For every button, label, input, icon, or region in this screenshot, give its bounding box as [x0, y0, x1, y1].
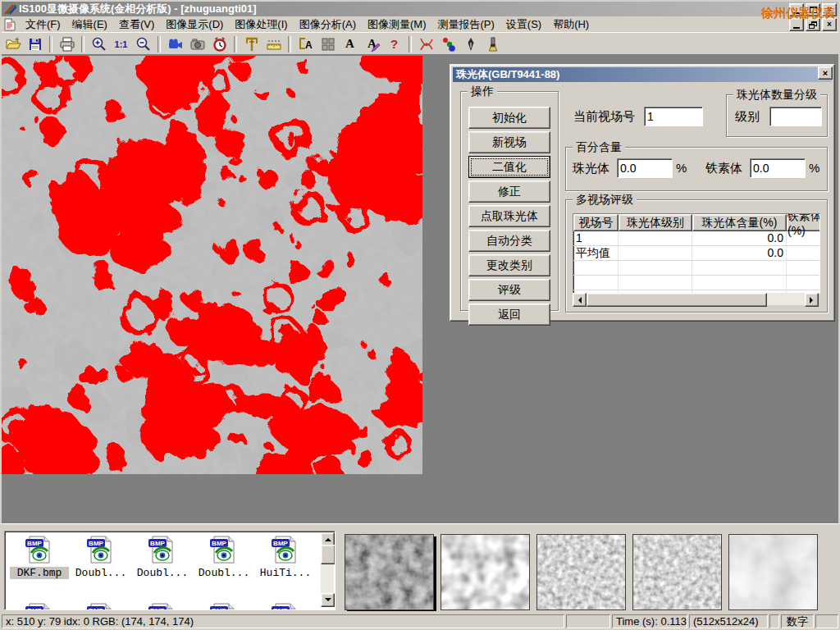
grade-button[interactable]: 评级 — [468, 279, 550, 301]
mdi-minimize-button[interactable] — [789, 18, 804, 31]
thumbnail-2[interactable] — [441, 534, 530, 610]
cell-pearlite: 0.0 — [692, 246, 787, 260]
vscroll-thumb[interactable] — [321, 545, 336, 564]
col-ferrite-content[interactable]: 铁素体含量(%) — [787, 214, 820, 231]
level-input[interactable] — [769, 107, 822, 126]
mdi-close-button[interactable]: × — [822, 18, 837, 31]
bmp-badge: BMP — [27, 540, 42, 547]
change-class-button[interactable]: 更改类别 — [468, 254, 550, 276]
table-row[interactable]: 1 0.0 — [573, 231, 819, 246]
dialog-title-bar[interactable]: 珠光体(GB/T9441-88) — [453, 67, 832, 82]
menu-edit[interactable]: 编辑(E) — [66, 16, 113, 34]
text-tool-button[interactable]: A — [340, 34, 360, 54]
multifield-table[interactable]: 视场号 珠光体级别 珠光体含量(%) 铁素体含量(%) 1 0.0 平均值 0.… — [573, 213, 820, 294]
mdi-minimize-icon — [793, 27, 800, 29]
thumbnail-3[interactable] — [536, 534, 626, 610]
actual-size-button[interactable]: 1:1 — [111, 34, 131, 54]
new-field-button[interactable]: 新视场 — [468, 131, 550, 153]
file-vscrollbar[interactable] — [321, 532, 334, 607]
minimize-button[interactable] — [789, 3, 804, 16]
file-item[interactable]: BMP — [194, 602, 253, 610]
measure-label-button[interactable]: A — [295, 34, 316, 54]
file-item[interactable]: BMPHuiTi... — [256, 535, 315, 579]
file-name[interactable]: Doubl... — [133, 567, 192, 579]
file-item[interactable]: BMP — [133, 602, 192, 610]
maximize-button[interactable] — [806, 3, 820, 16]
auto-classify-button[interactable]: 自动分类 — [468, 230, 550, 252]
curve-tool-button[interactable] — [416, 34, 436, 54]
ferrite-percent-input[interactable] — [750, 158, 806, 178]
annotate-tool-button[interactable]: A — [362, 34, 382, 54]
col-pearlite-content[interactable]: 珠光体含量(%) — [692, 214, 787, 231]
col-field[interactable]: 视场号 — [573, 214, 619, 231]
scroll-left-button[interactable] — [573, 293, 587, 307]
table-hscrollbar[interactable] — [573, 293, 819, 305]
thumbnail-5[interactable] — [728, 534, 818, 610]
file-item[interactable]: BMP — [10, 602, 69, 610]
close-button[interactable]: × — [822, 3, 837, 16]
scroll-right-button[interactable] — [805, 293, 819, 307]
pick-pearlite-button[interactable]: 点取珠光体 — [468, 205, 550, 227]
file-name[interactable]: HuiTi... — [256, 567, 315, 579]
pearlite-percent-input[interactable] — [617, 158, 673, 178]
help-button[interactable]: ? — [384, 34, 404, 54]
file-name[interactable]: Doubl... — [194, 567, 253, 579]
ferrite-unit: % — [809, 161, 819, 175]
scroll-down-button[interactable] — [321, 593, 335, 607]
timer-button[interactable] — [209, 34, 230, 54]
table-row[interactable]: 平均值 0.0 — [573, 246, 819, 261]
file-name[interactable]: Doubl... — [71, 567, 130, 579]
col-pearlite-level[interactable]: 珠光体级别 — [619, 214, 692, 231]
pearlite-dialog: 珠光体(GB/T9441-88) × 操作 初始化 新视场 二值化 修正 点取珠… — [450, 64, 835, 322]
empty-pane — [815, 614, 838, 628]
video-camera-icon — [167, 36, 184, 52]
thumbnail-1[interactable] — [345, 534, 434, 610]
return-button[interactable]: 返回 — [468, 304, 550, 326]
photo-capture-button[interactable] — [187, 34, 208, 54]
current-field-input[interactable] — [644, 107, 703, 126]
menu-help[interactable]: 帮助(H) — [547, 16, 595, 34]
menu-view[interactable]: 查看(V) — [113, 16, 160, 34]
file-item[interactable]: BMPDKF.bmp — [10, 535, 69, 579]
zoom-out-button[interactable] — [133, 34, 153, 54]
menu-settings[interactable]: 设置(S) — [500, 16, 547, 34]
percent-group: 百分含量 珠光体 % 铁素体 % — [565, 147, 828, 191]
open-button[interactable] — [2, 34, 23, 54]
zoom-in-button[interactable] — [89, 34, 109, 54]
grid-measure-button[interactable] — [317, 34, 338, 54]
menu-image-measure[interactable]: 图像测量(M) — [362, 16, 432, 34]
phase-analysis-button[interactable] — [438, 34, 459, 54]
save-button[interactable] — [25, 34, 45, 54]
init-button[interactable]: 初始化 — [468, 107, 550, 129]
menu-image-display[interactable]: 图像显示(D) — [160, 16, 229, 34]
dialog-close-icon: × — [823, 68, 828, 78]
menu-file[interactable]: 文件(F) — [20, 16, 66, 34]
binarize-button[interactable]: 二值化 — [468, 156, 550, 178]
file-name[interactable]: DKF.bmp — [10, 567, 69, 579]
file-item[interactable]: BMPDoubl... — [133, 535, 192, 579]
menu-report[interactable]: 测量报告(P) — [431, 16, 500, 34]
hscroll-thumb[interactable] — [587, 293, 767, 307]
menu-image-analysis[interactable]: 图像分析(A) — [294, 16, 362, 34]
menu-image-process[interactable]: 图像处理(I) — [229, 16, 293, 34]
thumbnail-4[interactable] — [632, 534, 722, 610]
brush-tool-button[interactable] — [482, 34, 503, 54]
document-icon[interactable] — [3, 18, 16, 31]
print-button[interactable] — [57, 34, 77, 54]
file-item[interactable]: BMPDoubl... — [194, 535, 253, 579]
file-list[interactable]: BMPDKF.bmpBMPDoubl...BMPDoubl...BMPDoubl… — [4, 531, 336, 610]
arrow-left-icon — [575, 297, 582, 304]
pen-tool-button[interactable] — [460, 34, 481, 54]
caliper-measure-button[interactable] — [241, 34, 262, 54]
file-item[interactable]: BMPDoubl... — [71, 535, 130, 579]
analysis-image[interactable] — [2, 56, 422, 474]
file-item[interactable]: BMP — [71, 602, 130, 610]
mdi-restore-button[interactable] — [806, 18, 820, 31]
mdi-restore-icon — [809, 21, 817, 29]
bmp-badge: BMP — [150, 540, 165, 547]
video-capture-button[interactable] — [165, 34, 185, 54]
correct-button[interactable]: 修正 — [468, 180, 550, 203]
dialog-close-button[interactable]: × — [818, 66, 833, 80]
file-item[interactable]: BMP — [256, 602, 315, 610]
ruler-measure-button[interactable] — [263, 34, 284, 54]
